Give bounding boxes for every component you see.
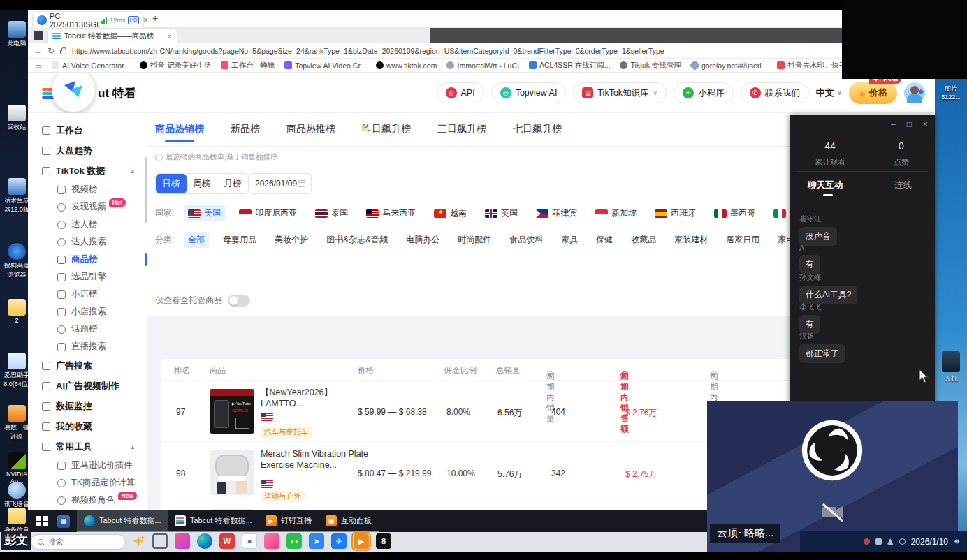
country-vn[interactable]: 越南	[430, 205, 471, 221]
sidebar-item-common-tools[interactable]: 常用工具▴	[42, 436, 147, 457]
url-text[interactable]: https://www.tabcut.com/zh-CN/ranking/goo…	[72, 47, 893, 55]
country-th[interactable]: 泰国	[311, 205, 352, 221]
tab-yesterday-surge[interactable]: 昨日飙升榜	[362, 123, 411, 142]
category-item[interactable]: 母婴用品	[219, 232, 261, 248]
sidebar-item-amazon-price-plugin[interactable]: 亚马逊比价插件	[42, 457, 147, 474]
desktop-icon-nvidia[interactable]: NVIDIA Ap...	[3, 452, 31, 485]
contact-us-button[interactable]: ✆联系我们	[741, 82, 809, 103]
sidebar-item-ad-search[interactable]: 广告搜索	[42, 355, 147, 376]
category-item[interactable]: 收藏品	[627, 232, 660, 248]
drive-app-icon[interactable]: ●	[242, 533, 257, 549]
country-gb[interactable]: 英国	[481, 205, 522, 221]
tab-7day-surge[interactable]: 七日飙升榜	[513, 123, 562, 142]
desktop-icon-this-pc[interactable]: 此电脑	[3, 21, 31, 48]
bookmark[interactable]: ACL4SSR 在线订阅...	[529, 61, 611, 71]
category-all[interactable]: 全部	[184, 232, 209, 248]
remote-session-tab[interactable]: PC-20250113ISGI 12ms HD ×	[32, 11, 144, 28]
sidebar-item-my-favorites[interactable]: 我的收藏	[42, 416, 147, 436]
category-item[interactable]: 美妆个护	[270, 232, 312, 248]
category-item[interactable]: 家装建材	[670, 232, 712, 248]
tray-shield-icon[interactable]	[875, 538, 882, 545]
taskbar-app-tabcut[interactable]: Tabcut 特看数据...	[168, 510, 259, 532]
product-image[interactable]	[210, 450, 254, 495]
taskbar-search[interactable]: 搜索	[31, 534, 126, 550]
desktop-icon-yishu-restore[interactable]: 易数一键还原	[3, 405, 31, 441]
task-view-icon[interactable]	[152, 533, 168, 549]
sidebar-item-discover-video[interactable]: 发现视频Hot	[42, 198, 147, 216]
bookmark[interactable]: gorelay.net/#/useri...	[691, 61, 767, 70]
refresh-button[interactable]: ↻	[48, 46, 54, 56]
sidebar-item-tk-pricing-calc[interactable]: TK商品定价计算	[42, 474, 147, 492]
category-item[interactable]: 图书&杂志&音频	[322, 232, 392, 248]
sidebar-item-tiktok-data[interactable]: TikTok 数据▴	[42, 161, 147, 181]
sidebar-item-product-engine[interactable]: 选品引擎	[42, 268, 147, 286]
show-desktop-icon[interactable]: ❖	[954, 538, 960, 545]
sidebar-item-shop-search[interactable]: 小店搜索	[42, 303, 147, 320]
country-ph[interactable]: 菲律宾	[532, 205, 581, 221]
sidebar-item-market-trend[interactable]: 大盘趋势	[42, 140, 147, 161]
product-title[interactable]: Merach Slim Vibration Plate Exercise Mac…	[261, 448, 369, 471]
sidebar-item-topic-rank[interactable]: 话题榜	[42, 320, 147, 338]
desktop-icon-picture[interactable]: 图片 5122...	[935, 84, 967, 101]
tab-hot-promoted[interactable]: 商品热推榜	[286, 123, 335, 142]
sidebar-item-shop-rank[interactable]: 小店榜	[42, 286, 147, 303]
maximize-icon[interactable]: □	[907, 119, 912, 129]
back-button[interactable]: ←	[34, 46, 42, 56]
product-title[interactable]: 【NewYear2026】LAMTTO...	[261, 387, 369, 410]
sidebar-item-video-role-swap[interactable]: 视频换角色New	[42, 492, 147, 509]
category-item[interactable]: 时尚配件	[453, 232, 495, 248]
volume-icon[interactable]	[899, 538, 906, 545]
bookmark[interactable]: 抖音去水印、快手...	[777, 61, 852, 71]
collapse-icon[interactable]: ▴	[131, 443, 134, 450]
date-picker[interactable]: 2026/01/09	[249, 173, 312, 194]
country-es[interactable]: 西班牙	[650, 205, 700, 221]
tiktok-kb-button[interactable]: ▤TikTok知识库∨	[573, 82, 667, 103]
sidebar-toggle-icon[interactable]: ▭	[35, 61, 42, 70]
new-session-button[interactable]: +	[152, 13, 158, 24]
sidebar-item-video-rank[interactable]: 视频榜	[42, 181, 147, 198]
category-item[interactable]: 保健	[592, 232, 617, 248]
product-image[interactable]: ▶ YouTube NETFLIX	[210, 389, 254, 434]
language-selector[interactable]: 中文∨	[816, 87, 842, 99]
country-my[interactable]: 马来西亚	[362, 205, 420, 221]
taskbar-app-dingtalk-live[interactable]: ▶ 钉钉直播	[259, 510, 319, 532]
desktop-icon-script-generator[interactable]: 话术生成器12.0版	[3, 178, 31, 214]
capcut-icon[interactable]: 8	[376, 533, 391, 549]
category-item[interactable]: 食品饮料	[505, 232, 547, 248]
bookmark[interactable]: Tiktok 专线管理	[620, 61, 681, 71]
workspaces-icon[interactable]	[34, 31, 43, 40]
tab-connect[interactable]: 连线	[894, 179, 912, 191]
tab-chat-interaction[interactable]: 聊天互动	[808, 179, 843, 191]
wps-icon[interactable]: W	[219, 533, 235, 549]
desktop-icon-renji[interactable]: 人机	[935, 351, 967, 383]
price-button[interactable]: ◈价格 今日特惠	[849, 82, 897, 104]
quark-icon[interactable]: ➤	[309, 533, 324, 549]
sidebar-item-data-monitor[interactable]: 数据监控	[42, 396, 147, 416]
close-session-icon[interactable]: ×	[143, 15, 148, 25]
jianying-icon[interactable]	[175, 533, 190, 549]
topview-ai-button[interactable]: ◎Topview AI	[491, 82, 567, 103]
bookmark[interactable]: 工作台 - 蝉镜	[221, 61, 275, 71]
period-daily[interactable]: 日榜	[156, 174, 187, 193]
sidebar-item-goods-rank[interactable]: 商品榜	[42, 251, 147, 268]
period-weekly[interactable]: 周榜	[187, 174, 217, 193]
browser-tab[interactable]: Tabcut 特看数据——商品榜 ×	[48, 29, 177, 43]
desktop-icon-aisi-assistant[interactable]: 爱思助手 8.0(64位)	[3, 353, 31, 389]
mini-program-button[interactable]: ∞小程序	[674, 82, 734, 103]
country-sg[interactable]: 新加坡	[591, 205, 641, 221]
tab-3day-surge[interactable]: 三日飙升榜	[437, 123, 486, 142]
category-item[interactable]: 居家日用	[722, 232, 764, 248]
sidebar-item-live-search[interactable]: 直播搜索	[42, 338, 147, 355]
tray-date[interactable]: 2026/1/10	[911, 537, 948, 547]
tabcut-logo-text[interactable]: ut 特看	[98, 85, 136, 101]
managed-goods-toggle[interactable]	[228, 295, 250, 307]
copilot-sparkle-icon[interactable]	[131, 534, 145, 548]
bookmark[interactable]: AI Voice Generator...	[52, 61, 130, 70]
sidebar-item-workbench[interactable]: 工作台	[42, 120, 147, 140]
desktop-icon-folder-2[interactable]: 2	[3, 299, 31, 324]
floating-logo-widget[interactable]	[52, 73, 95, 112]
desktop-icon-recycle-bin[interactable]: 回收站	[3, 105, 31, 132]
pinned-app-icon[interactable]: ▦	[57, 515, 70, 528]
wechat-icon[interactable]: ◖◗	[286, 533, 302, 549]
country-mx[interactable]: 墨西哥	[710, 205, 759, 221]
